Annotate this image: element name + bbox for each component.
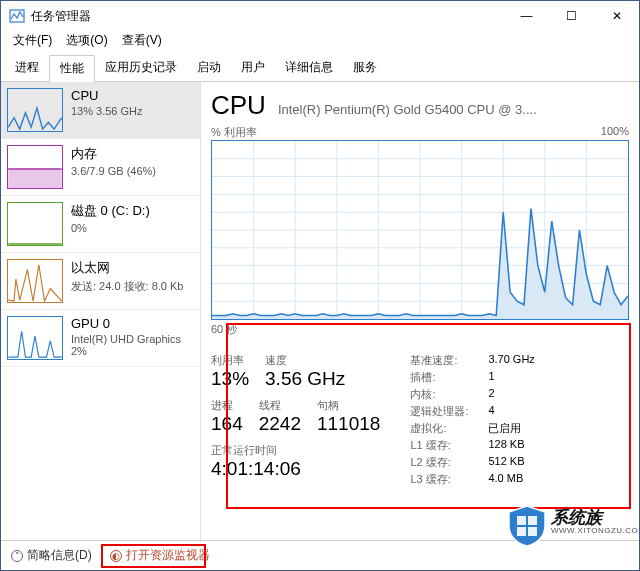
svg-rect-1 bbox=[8, 169, 61, 188]
svg-rect-20 bbox=[517, 516, 526, 525]
maximize-button[interactable]: ☐ bbox=[549, 1, 594, 31]
spec-l3: 4.0 MB bbox=[488, 472, 523, 487]
spec-l1: 128 KB bbox=[488, 438, 524, 453]
sidebar-cpu-name: CPU bbox=[71, 88, 194, 103]
spec-logical-label: 逻辑处理器: bbox=[410, 404, 480, 419]
sidebar-ethernet-sub: 发送: 24.0 接收: 8.0 Kb bbox=[71, 279, 194, 294]
window-title: 任务管理器 bbox=[31, 8, 504, 25]
detail-uptime-label: 正常运行时间 bbox=[211, 443, 380, 458]
tab-startup[interactable]: 启动 bbox=[187, 55, 231, 81]
menu-file[interactable]: 文件(F) bbox=[7, 31, 58, 51]
menubar: 文件(F) 选项(O) 查看(V) bbox=[1, 31, 639, 51]
tab-performance[interactable]: 性能 bbox=[49, 55, 95, 82]
sidebar-gpu-sub1: Intel(R) UHD Graphics bbox=[71, 333, 194, 345]
main-panel: CPU Intel(R) Pentium(R) Gold G5400 CPU @… bbox=[201, 82, 639, 542]
watermark-shield-icon bbox=[505, 504, 549, 548]
sidebar-item-memory[interactable]: 内存 3.6/7.9 GB (46%) bbox=[1, 139, 200, 196]
cpu-chart bbox=[211, 140, 629, 320]
watermark: 系统族 WWW.XITONGZU.COM bbox=[505, 502, 633, 550]
minimize-button[interactable]: ― bbox=[504, 1, 549, 31]
spec-l1-label: L1 缓存: bbox=[410, 438, 480, 453]
spec-cores-label: 内核: bbox=[410, 387, 480, 402]
menu-view[interactable]: 查看(V) bbox=[116, 31, 168, 51]
sidebar-item-cpu[interactable]: CPU 13% 3.56 GHz bbox=[1, 82, 200, 139]
sidebar-cpu-sub: 13% 3.56 GHz bbox=[71, 105, 194, 117]
sidebar-gpu-name: GPU 0 bbox=[71, 316, 194, 331]
detail-util: 13% bbox=[211, 368, 249, 390]
detail-speed: 3.56 GHz bbox=[265, 368, 345, 390]
app-icon bbox=[9, 8, 25, 24]
resmon-icon: ◐ bbox=[110, 550, 122, 562]
sidebar-item-ethernet[interactable]: 以太网 发送: 24.0 接收: 8.0 Kb bbox=[1, 253, 200, 310]
open-resmon-link[interactable]: ◐ 打开资源监视器 bbox=[110, 547, 210, 564]
chevron-up-icon: ˄ bbox=[11, 550, 23, 562]
detail-speed-label: 速度 bbox=[265, 353, 345, 368]
spec-virt-label: 虚拟化: bbox=[410, 421, 480, 436]
detail-proc: 164 bbox=[211, 413, 243, 435]
spec-logical: 4 bbox=[488, 404, 494, 419]
watermark-url: WWW.XITONGZU.COM bbox=[551, 526, 640, 535]
detail-proc-label: 进程 bbox=[211, 398, 243, 413]
spec-sockets: 1 bbox=[488, 370, 494, 385]
spec-l3-label: L3 缓存: bbox=[410, 472, 480, 487]
open-resmon-label: 打开资源监视器 bbox=[126, 547, 210, 564]
main-subtitle: Intel(R) Pentium(R) Gold G5400 CPU @ 3..… bbox=[278, 102, 629, 117]
sidebar-gpu-sub2: 2% bbox=[71, 345, 194, 357]
tab-app-history[interactable]: 应用历史记录 bbox=[95, 55, 187, 81]
spec-sockets-label: 插槽: bbox=[410, 370, 480, 385]
chart-util-label: % 利用率 bbox=[211, 125, 257, 140]
main-title: CPU bbox=[211, 90, 266, 121]
sidebar-memory-sub: 3.6/7.9 GB (46%) bbox=[71, 165, 194, 177]
sidebar-ethernet-name: 以太网 bbox=[71, 259, 194, 277]
chart-time-label: 60 秒 bbox=[211, 322, 629, 337]
spec-l2: 512 KB bbox=[488, 455, 524, 470]
sidebar-disk-name: 磁盘 0 (C: D:) bbox=[71, 202, 194, 220]
tab-details[interactable]: 详细信息 bbox=[275, 55, 343, 81]
fewer-details-link[interactable]: ˄ 简略信息(D) bbox=[11, 547, 92, 564]
menu-options[interactable]: 选项(O) bbox=[60, 31, 113, 51]
svg-rect-22 bbox=[517, 527, 526, 536]
chart-scale-max: 100% bbox=[601, 125, 629, 140]
spec-virt: 已启用 bbox=[488, 421, 521, 436]
detail-thread: 2242 bbox=[259, 413, 301, 435]
detail-handle-label: 句柄 bbox=[317, 398, 380, 413]
tabstrip: 进程 性能 应用历史记录 启动 用户 详细信息 服务 bbox=[1, 51, 639, 82]
detail-uptime: 4:01:14:06 bbox=[211, 458, 380, 480]
sidebar: CPU 13% 3.56 GHz 内存 3.6/7.9 GB (46%) 磁盘 … bbox=[1, 82, 201, 542]
titlebar: 任务管理器 ― ☐ ✕ bbox=[1, 1, 639, 31]
sidebar-disk-sub: 0% bbox=[71, 222, 194, 234]
detail-handle: 111018 bbox=[317, 413, 380, 435]
spec-basespeed: 3.70 GHz bbox=[488, 353, 534, 368]
sidebar-item-gpu[interactable]: GPU 0 Intel(R) UHD Graphics 2% bbox=[1, 310, 200, 367]
spec-cores: 2 bbox=[488, 387, 494, 402]
tab-users[interactable]: 用户 bbox=[231, 55, 275, 81]
sidebar-item-disk[interactable]: 磁盘 0 (C: D:) 0% bbox=[1, 196, 200, 253]
tab-processes[interactable]: 进程 bbox=[5, 55, 49, 81]
tab-services[interactable]: 服务 bbox=[343, 55, 387, 81]
sidebar-memory-name: 内存 bbox=[71, 145, 194, 163]
svg-rect-21 bbox=[528, 516, 537, 525]
spec-basespeed-label: 基准速度: bbox=[410, 353, 480, 368]
spec-l2-label: L2 缓存: bbox=[410, 455, 480, 470]
detail-util-label: 利用率 bbox=[211, 353, 249, 368]
close-button[interactable]: ✕ bbox=[594, 1, 639, 31]
detail-thread-label: 线程 bbox=[259, 398, 301, 413]
svg-rect-23 bbox=[528, 527, 537, 536]
fewer-details-label: 简略信息(D) bbox=[27, 547, 92, 564]
